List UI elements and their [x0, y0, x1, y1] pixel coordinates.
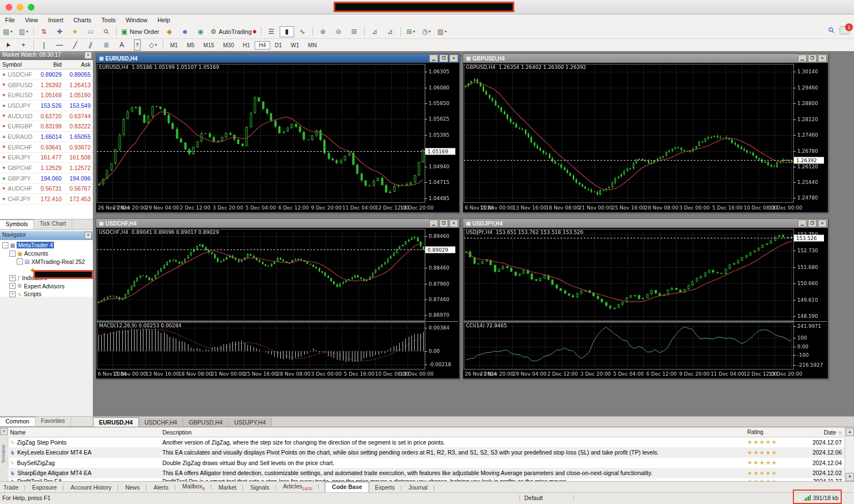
market-watch-row-euraud[interactable]: ▲EURAUD1.650141.65055: [0, 132, 93, 142]
menu-charts[interactable]: Charts: [68, 16, 96, 24]
column-header-date[interactable]: Date▽: [803, 429, 845, 436]
close-traffic-light[interactable]: [6, 4, 12, 11]
terminal-icon[interactable]: ▭: [83, 26, 98, 37]
cursor-icon[interactable]: ➤: [1, 39, 15, 51]
trendline-icon[interactable]: ╱: [68, 39, 82, 51]
terminal-tab-experts[interactable]: Experts|: [371, 483, 405, 492]
market-watch-row-eurchf[interactable]: ▼EURCHF0.936410.93672: [0, 142, 93, 153]
tab-favorites[interactable]: Favorites: [36, 417, 71, 426]
vline-icon[interactable]: |: [37, 39, 51, 51]
new-chart-icon[interactable]: ▤▾: [1, 26, 15, 37]
chart-window-gbpusd[interactable]: ▦GBPUSD,H4▁❒×: [463, 53, 828, 213]
market-watch-close-icon[interactable]: x: [85, 52, 92, 59]
zoom-out-icon[interactable]: ⊖: [331, 26, 346, 37]
minimize-window-icon[interactable]: ▁: [429, 54, 438, 62]
chart-canvas-usdchf[interactable]: [96, 228, 458, 377]
zoom-traffic-light[interactable]: [28, 4, 34, 11]
bar-chart-icon[interactable]: ☰: [264, 26, 279, 37]
strategy-tester-icon[interactable]: ⚲: [99, 26, 113, 37]
timeframe-mn[interactable]: MN: [304, 41, 321, 49]
shapes-icon[interactable]: ◇▾: [146, 39, 160, 51]
chart-window-usdjpy[interactable]: ▦USDJPY,H4▁❒×: [463, 218, 828, 379]
restore-window-icon[interactable]: ❒: [439, 219, 448, 227]
fibonacci-icon[interactable]: ≣: [99, 39, 113, 51]
tab-tick-chart[interactable]: Tick Chart: [34, 219, 72, 229]
timeframe-m1[interactable]: M1: [166, 41, 182, 49]
periods-icon[interactable]: ◷▾: [419, 26, 434, 37]
autotrading-icon[interactable]: ⚙AutoTrading: [209, 26, 258, 37]
market-watch-row-usdchf[interactable]: ▲USDCHF0.890290.89055: [0, 69, 93, 80]
timeframe-d1[interactable]: D1: [270, 41, 286, 49]
chart-tab-usdchf-h4[interactable]: USDCHF,H4: [139, 418, 183, 427]
terminal-tab-articles[interactable]: Articles1820|: [280, 482, 322, 492]
indicators-icon[interactable]: ⊞▾: [404, 26, 418, 37]
tree-expander-icon[interactable]: -: [17, 258, 23, 265]
tree-item-expert-advisors[interactable]: +⚙Expert Advisors: [0, 282, 93, 290]
restore-window-icon[interactable]: ❒: [808, 54, 817, 62]
chart-canvas-eurusd[interactable]: [96, 63, 458, 211]
market-watch-row-usdjpy[interactable]: ▲USDJPY153.526153.549: [0, 101, 93, 111]
terminal-tab-code-base[interactable]: Code Base: [325, 482, 369, 493]
navigator-icon[interactable]: ★: [68, 26, 82, 37]
label-icon[interactable]: T: [130, 39, 145, 51]
tile-windows-icon[interactable]: ⊞: [347, 26, 361, 37]
menu-tools[interactable]: Tools: [96, 16, 121, 24]
codebase-row[interactable]: ♞KeyLevels Executor MT4 EAThis EA calcul…: [8, 448, 845, 458]
new-order-icon[interactable]: ▣New Order: [120, 26, 161, 37]
timeframe-m15[interactable]: M15: [199, 41, 219, 49]
market-watch-row-chfjpy[interactable]: ▼CHFJPY172.410172.453: [0, 194, 93, 204]
minimize-window-icon[interactable]: ▁: [798, 54, 807, 62]
minimize-window-icon[interactable]: ▁: [429, 219, 438, 227]
close-window-icon[interactable]: ×: [449, 219, 458, 227]
scroll-down-icon[interactable]: ▼: [846, 473, 854, 481]
terminal-scrollbar[interactable]: ▲ ▼: [845, 427, 854, 482]
chart-tab-usdjpy-h4[interactable]: USDJPY,H4: [229, 418, 271, 427]
tree-expander-icon[interactable]: -: [2, 242, 8, 248]
mql5-icon[interactable]: ◉: [193, 26, 208, 37]
menu-window[interactable]: Window: [121, 16, 152, 24]
terminal-tab-news[interactable]: News|: [122, 483, 150, 492]
line-chart-icon[interactable]: ∿: [295, 26, 310, 37]
text-icon[interactable]: A: [115, 39, 129, 51]
tree-item-xmtrading-real-252[interactable]: -▤XMTrading-Real 252: [0, 257, 93, 266]
chart-window-usdchf[interactable]: ▦USDCHF,H4▁❒×: [96, 218, 460, 379]
market-watch-icon[interactable]: ⇅: [37, 26, 51, 37]
market-watch-row-audchf[interactable]: ▼AUDCHF0.567310.56767: [0, 184, 93, 194]
chart-shift-icon[interactable]: ⊿: [368, 26, 382, 37]
tree-expander-icon[interactable]: +: [9, 283, 16, 289]
status-profile[interactable]: Default: [519, 495, 574, 501]
navigator-close-icon[interactable]: x: [85, 232, 92, 239]
terminal-tab-market[interactable]: Market|: [215, 483, 247, 492]
tree-item-metatrader-4[interactable]: -▦MetaTrader 4: [0, 241, 93, 249]
codebase-row[interactable]: ∿ZigZag Step PointsAnother version of Zi…: [8, 437, 845, 448]
chart-window-titlebar[interactable]: ▦USDJPY,H4▁❒×: [463, 219, 828, 228]
market-watch-row-gbpjpy[interactable]: ▲GBPJPY194.060194.096: [0, 173, 93, 184]
timeframe-m5[interactable]: M5: [182, 41, 199, 49]
close-window-icon[interactable]: ×: [449, 54, 458, 62]
crosshair-icon[interactable]: +: [16, 39, 31, 51]
templates-icon[interactable]: ▨▾: [435, 26, 449, 37]
close-window-icon[interactable]: ×: [818, 219, 827, 227]
tree-expander-icon[interactable]: +: [9, 291, 16, 297]
minimize-traffic-light[interactable]: [17, 4, 23, 11]
menu-view[interactable]: View: [20, 16, 43, 24]
candlestick-icon[interactable]: ▮: [280, 26, 294, 37]
profiles-icon[interactable]: ▥▾: [16, 26, 31, 37]
terminal-tab-exposure[interactable]: Exposure|: [29, 483, 67, 492]
data-window-icon[interactable]: ✚: [52, 26, 67, 37]
chart-canvas-usdjpy[interactable]: [463, 228, 827, 377]
chart-canvas-gbpusd[interactable]: [463, 63, 827, 211]
chart-tab-gbpusd-h4[interactable]: GBPUSD,H4: [183, 418, 229, 427]
terminal-tab-account-history[interactable]: Account History|: [67, 483, 122, 492]
chart-window-titlebar[interactable]: ▦USDCHF,H4▁❒×: [96, 219, 459, 228]
column-header-name[interactable]: Name: [8, 429, 160, 436]
market-watch-row-gbpchf[interactable]: ▼GBPCHF1.125291.12572: [0, 163, 93, 173]
restore-window-icon[interactable]: ❒: [808, 219, 817, 227]
timeframe-w1[interactable]: W1: [286, 41, 304, 49]
column-header-rating[interactable]: Rating: [747, 429, 803, 435]
terminal-tab-alerts[interactable]: Alerts|: [150, 483, 179, 492]
scroll-up-icon[interactable]: ▲: [846, 428, 854, 436]
chart-window-titlebar[interactable]: ▦EURUSD,H4▁❒×: [96, 54, 459, 63]
market-watch-row-audusd[interactable]: ▼AUDUSD0.637200.63744: [0, 111, 93, 122]
tab-symbols[interactable]: Symbols: [0, 219, 34, 229]
